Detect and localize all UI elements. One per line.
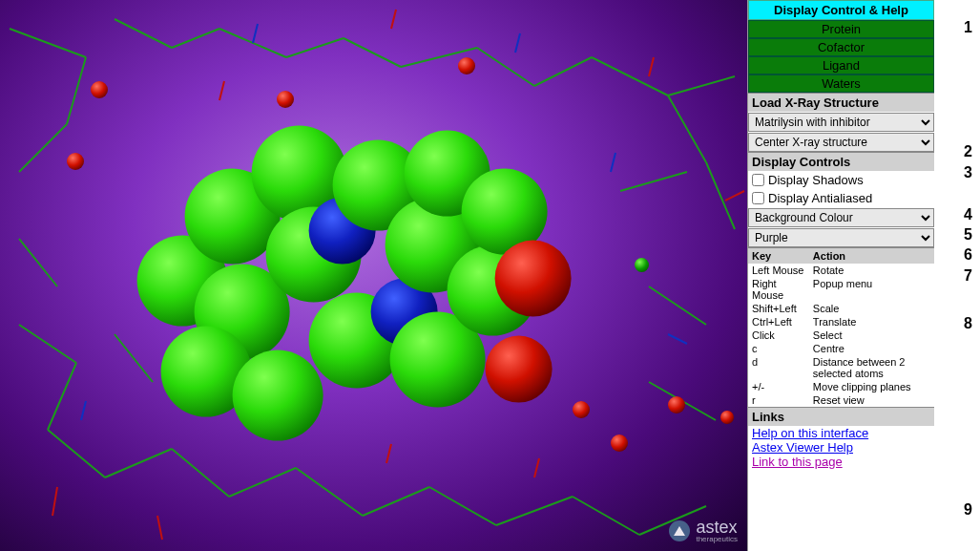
svg-line-42 xyxy=(81,401,86,420)
svg-line-24 xyxy=(496,497,573,525)
svg-line-3 xyxy=(115,19,172,48)
logo-text: astex xyxy=(696,518,737,537)
svg-line-21 xyxy=(296,468,363,516)
svg-line-35 xyxy=(52,487,57,516)
annot-8: 8 xyxy=(964,315,972,332)
display-antialiased-row[interactable]: Display Antialiased xyxy=(748,189,934,207)
display-shadows-label: Display Shadows xyxy=(768,173,864,187)
action-cell: Select xyxy=(809,328,934,342)
astex-logo: astextherapeutics xyxy=(669,518,738,543)
key-header: Key xyxy=(748,248,809,265)
svg-line-2 xyxy=(19,124,67,172)
svg-line-17 xyxy=(48,430,105,477)
bgcolor-value-select[interactable]: Purple xyxy=(748,228,934,247)
display-controls-header: Display Controls xyxy=(748,152,934,171)
structure-select[interactable]: Matrilysin with inhibitor xyxy=(748,113,934,132)
svg-line-10 xyxy=(534,57,592,86)
svg-line-22 xyxy=(363,487,429,516)
key-cell: +/- xyxy=(748,380,809,393)
action-cell: Move clipping planes xyxy=(809,380,934,393)
action-cell: Translate xyxy=(809,315,934,328)
load-structure-header: Load X-Ray Structure xyxy=(748,93,934,112)
svg-line-25 xyxy=(573,497,639,535)
key-row: Right MousePopup menu xyxy=(748,277,934,302)
svg-line-40 xyxy=(253,24,258,43)
svg-line-43 xyxy=(668,334,687,344)
svg-line-29 xyxy=(649,286,706,325)
action-cell: Reset view xyxy=(809,393,934,407)
key-row: cCentre xyxy=(748,342,934,355)
annot-3: 3 xyxy=(964,164,972,181)
svg-line-15 xyxy=(19,325,76,363)
links-list: Help on this interfaceAstex Viewer HelpL… xyxy=(748,426,934,473)
key-row: Left MouseRotate xyxy=(748,264,934,277)
key-cell: c xyxy=(748,342,809,355)
svg-line-41 xyxy=(515,33,520,53)
action-cell: Rotate xyxy=(809,264,934,277)
link-item[interactable]: Help on this interface xyxy=(752,426,930,440)
annotation-numbers: 1 2 3 4 5 6 7 8 9 xyxy=(934,0,980,551)
bgcolor-label-select[interactable]: Background Colour xyxy=(748,208,934,227)
key-cell: Click xyxy=(748,328,809,342)
svg-line-4 xyxy=(172,29,219,48)
key-row: rReset view xyxy=(748,393,934,407)
svg-line-44 xyxy=(611,153,615,172)
action-cell: Popup menu xyxy=(809,277,934,302)
annot-2: 2 xyxy=(964,143,972,160)
annot-6: 6 xyxy=(964,246,972,264)
link-item[interactable]: Astex Viewer Help xyxy=(752,440,930,455)
svg-line-32 xyxy=(391,10,396,29)
action-header: Action xyxy=(809,248,934,265)
ligand-spheres xyxy=(108,101,566,464)
links-header: Links xyxy=(748,407,934,426)
key-row: +/-Move clipping planes xyxy=(748,380,934,393)
svg-line-12 xyxy=(668,76,735,95)
svg-line-13 xyxy=(668,95,706,162)
key-row: Ctrl+LeftTranslate xyxy=(748,315,934,328)
panel-protein[interactable]: Protein xyxy=(748,20,934,38)
logo-icon xyxy=(669,520,690,541)
key-row: ClickSelect xyxy=(748,328,934,342)
svg-line-14 xyxy=(706,162,735,229)
svg-line-1 xyxy=(67,57,86,124)
logo-subtext: therapeutics xyxy=(696,535,738,543)
key-cell: Ctrl+Left xyxy=(748,315,809,328)
svg-line-0 xyxy=(10,29,86,57)
svg-line-23 xyxy=(429,487,496,525)
action-cell: Distance between 2 selected atoms xyxy=(809,355,934,380)
display-antialiased-label: Display Antialiased xyxy=(768,191,872,205)
key-cell: Right Mouse xyxy=(748,277,809,302)
svg-line-33 xyxy=(219,81,224,100)
panel-ligand[interactable]: Ligand xyxy=(748,56,934,74)
annot-1: 1 xyxy=(964,19,972,36)
key-row: Shift+LeftScale xyxy=(748,302,934,315)
display-antialiased-checkbox[interactable] xyxy=(752,192,764,204)
svg-line-7 xyxy=(344,38,401,67)
svg-line-20 xyxy=(229,468,296,497)
sidebar-title: Display Control & Help xyxy=(748,0,934,20)
action-cell: Scale xyxy=(809,302,934,315)
molecule-viewer[interactable]: astextherapeutics xyxy=(0,0,747,551)
panel-waters[interactable]: Waters xyxy=(748,74,934,93)
link-item[interactable]: Link to this page xyxy=(752,455,930,469)
annot-5: 5 xyxy=(964,226,972,244)
annot-9: 9 xyxy=(964,501,972,519)
key-cell: Shift+Left xyxy=(748,302,809,315)
svg-line-37 xyxy=(725,191,744,201)
sidebar: Display Control & Help Protein Cofactor … xyxy=(747,0,934,551)
action-cell: Centre xyxy=(809,342,934,355)
svg-line-6 xyxy=(286,38,344,57)
svg-line-11 xyxy=(592,57,668,95)
key-cell: Left Mouse xyxy=(748,264,809,277)
key-cell: d xyxy=(748,355,809,380)
annot-4: 4 xyxy=(964,206,972,223)
display-shadows-checkbox[interactable] xyxy=(752,174,764,186)
panel-cofactor[interactable]: Cofactor xyxy=(748,38,934,56)
center-select[interactable]: Center X-ray structure xyxy=(748,133,934,152)
display-shadows-row[interactable]: Display Shadows xyxy=(748,171,934,189)
svg-line-30 xyxy=(620,172,687,191)
key-cell: r xyxy=(748,393,809,407)
svg-line-16 xyxy=(48,363,76,430)
key-row: dDistance between 2 selected atoms xyxy=(748,355,934,380)
svg-line-27 xyxy=(19,239,57,286)
